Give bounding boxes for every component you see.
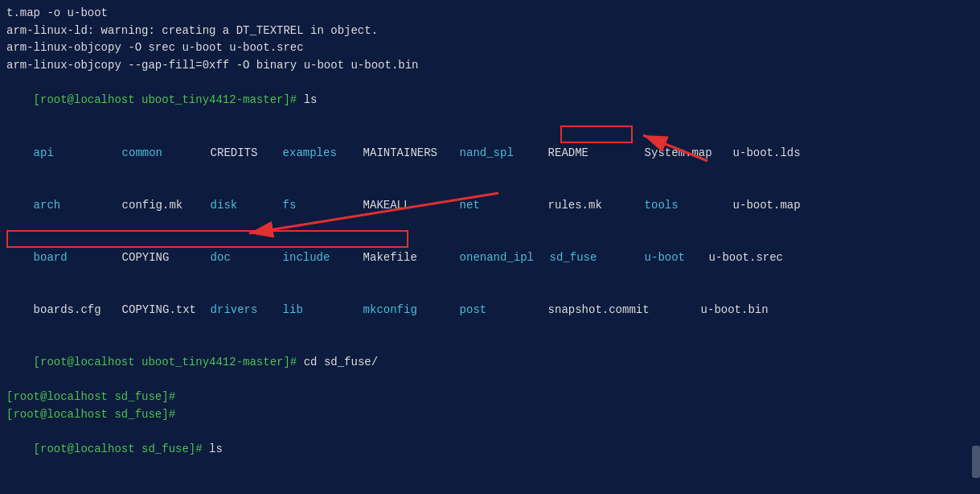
file-entry: u-boot.map — [733, 199, 801, 212]
file-entry: snapshot.commit — [548, 302, 701, 319]
terminal-line: archconfig.mkdiskfsMAKEALLnetrules.mktoo… — [6, 179, 974, 232]
terminal: t.map -o u-boot arm-linux-ld: warning: c… — [0, 0, 980, 494]
file-entry: mkconfig — [363, 302, 460, 319]
terminal-line: boardCOPYINGdocincludeMakefileonenand_ip… — [6, 232, 974, 284]
terminal-line: [root@localhost uboot_tiny4412-master]# … — [6, 75, 974, 127]
file-entry: Makefile — [363, 249, 460, 267]
file-entry: boards.cfg — [34, 302, 122, 319]
file-entry: fs — [283, 197, 363, 215]
file-entry: COPYING.txt — [122, 302, 211, 319]
file-entry: include — [283, 249, 363, 267]
terminal-line: t.map -o u-boot — [6, 5, 974, 23]
file-entry: System.map — [645, 145, 733, 163]
file-entry: lib — [283, 302, 363, 319]
file-entry: COPYING — [122, 249, 211, 267]
terminal-line-highlighted: Makefilesd_fdisk.ctiny4412V310-EVT1-mkbl… — [6, 476, 974, 494]
file-entry: u-boot — [645, 249, 709, 267]
file-entry: post — [460, 302, 548, 319]
cmd-text: cd sd_fuse/ — [304, 356, 378, 368]
file-entry: examples — [283, 145, 363, 163]
sd-fuse-entry: sd_fuse — [548, 249, 613, 267]
file-entry: common — [122, 145, 211, 163]
file-entry: rules.mk — [548, 197, 645, 215]
terminal-line: arm-linux-objcopy --gap-fill=0xff -O bin… — [6, 57, 974, 75]
file-entry: u-boot.srec — [709, 251, 783, 264]
terminal-line: boards.cfgCOPYING.txtdriverslibmkconfigp… — [6, 284, 974, 336]
file-entry: README — [548, 145, 645, 163]
file-entry: drivers — [211, 302, 283, 319]
file-entry: config.mk — [122, 197, 211, 215]
terminal-line: apicommonCREDITSexamplesMAINTAINERSnand_… — [6, 127, 974, 179]
file-entry: MAINTAINERS — [363, 145, 460, 163]
cmd-text: ls — [209, 443, 223, 455]
terminal-line: [root@localhost sd_fuse]# ls — [6, 424, 974, 476]
prompt-text: [root@localhost uboot_tiny4412-master]# — [34, 93, 304, 106]
cmd-text: ls — [304, 93, 318, 106]
terminal-line: [root@localhost uboot_tiny4412-master]# … — [6, 336, 974, 389]
file-entry: arch — [34, 197, 122, 215]
file-entry: onenand_ipl — [460, 249, 548, 267]
terminal-line: [root@localhost sd_fuse]# — [6, 406, 974, 424]
file-entry: board — [34, 249, 122, 267]
file-entry: u-boot.lds — [733, 146, 801, 159]
prompt-text: [root@localhost uboot_tiny4412-master]# — [34, 356, 304, 368]
file-entry: tools — [645, 197, 733, 215]
file-entry: api — [34, 145, 122, 163]
file-entry: doc — [211, 249, 283, 267]
scrollbar[interactable] — [972, 446, 980, 478]
terminal-line: arm-linux-ld: warning: creating a DT_TEX… — [6, 23, 974, 40]
prompt-text: [root@localhost sd_fuse]# — [34, 443, 209, 455]
file-entry: CREDITS — [211, 145, 283, 163]
file-entry: u-boot.bin — [701, 303, 769, 316]
terminal-line: [root@localhost sd_fuse]# — [6, 389, 974, 406]
terminal-line: arm-linux-objcopy -O srec u-boot u-boot.… — [6, 39, 974, 57]
file-entry: disk — [211, 197, 283, 215]
file-entry: net — [460, 197, 548, 215]
file-entry: nand_spl — [460, 145, 548, 163]
file-entry: MAKEALL — [363, 197, 460, 215]
